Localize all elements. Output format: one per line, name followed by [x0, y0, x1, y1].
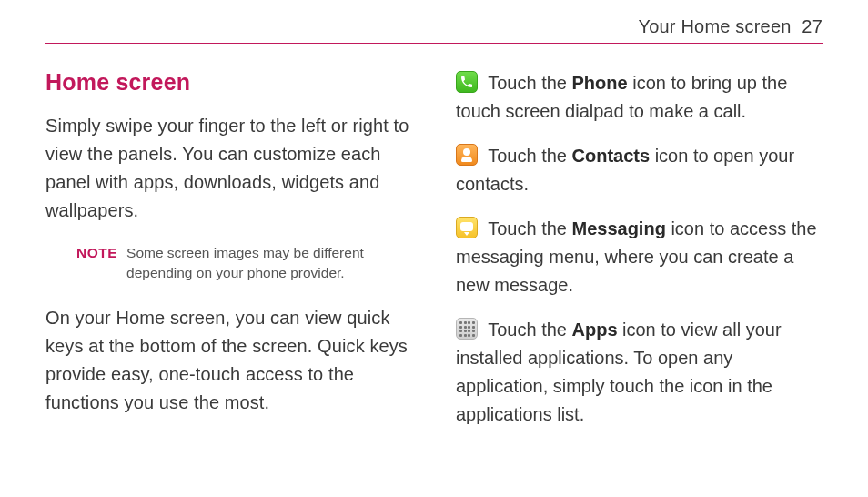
content-columns: Home screen Simply swipe your finger to … — [45, 69, 823, 445]
entry-text-bold: Contacts — [572, 146, 651, 166]
note-label: NOTE — [76, 243, 117, 284]
header-page-number: 27 — [802, 16, 823, 36]
note-block: NOTE Some screen images may be different… — [76, 243, 412, 284]
right-column: Touch the Phone icon to bring up the tou… — [456, 69, 823, 445]
intro-paragraph: Simply swipe your finger to the left or … — [45, 112, 412, 225]
entry-text-lead: Touch the — [488, 320, 571, 340]
entry-text-bold: Messaging — [572, 218, 666, 238]
entry-apps: Touch the Apps icon to view all your ins… — [456, 316, 823, 429]
left-column: Home screen Simply swipe your finger to … — [45, 69, 412, 445]
entry-contacts: Touch the Contacts icon to open your con… — [456, 142, 823, 198]
entry-phone: Touch the Phone icon to bring up the tou… — [456, 69, 823, 126]
entry-text-lead: Touch the — [488, 73, 571, 93]
quickkeys-paragraph: On your Home screen, you can view quick … — [45, 304, 412, 417]
entry-messaging: Touch the Messaging icon to access the m… — [456, 215, 823, 299]
section-title: Home screen — [45, 69, 412, 96]
entry-text-lead: Touch the — [488, 146, 571, 166]
apps-icon — [456, 318, 478, 340]
note-text: Some screen images may be different depe… — [126, 243, 412, 284]
phone-icon — [456, 71, 478, 93]
messaging-icon — [456, 217, 478, 238]
entry-text-bold: Phone — [572, 73, 628, 93]
page-header: Your Home screen 27 — [45, 16, 823, 44]
header-section: Your Home screen — [638, 16, 791, 36]
entry-text-lead: Touch the — [488, 218, 571, 238]
contacts-icon — [456, 144, 478, 166]
entry-text-bold: Apps — [572, 320, 618, 340]
